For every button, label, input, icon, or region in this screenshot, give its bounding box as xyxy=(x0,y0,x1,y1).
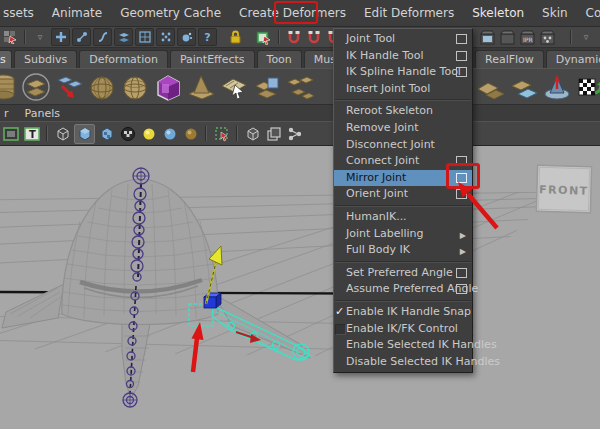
cylinder-stack-icon[interactable] xyxy=(0,70,19,103)
menu-item-joint-tool[interactable]: Joint Tool xyxy=(334,31,472,48)
lock-selection-icon[interactable] xyxy=(226,29,244,45)
red-arrow-planes-icon[interactable] xyxy=(52,70,85,103)
shelf-tab-active[interactable]: s xyxy=(0,50,12,68)
node-graph-icon[interactable] xyxy=(285,125,304,143)
collapse-right-icon[interactable]: ▿ xyxy=(577,29,595,45)
shelf-tab-subdivs[interactable]: Subdivs xyxy=(14,50,77,68)
submenu-arrow-icon: ▶ xyxy=(460,244,466,261)
menu-item-reroot-skeleton[interactable]: Reroot Skeleton xyxy=(334,103,472,120)
select-meshes-icon[interactable] xyxy=(135,28,154,46)
panel-menubar: r Panels xyxy=(0,105,600,121)
toolbar-divider xyxy=(24,30,26,44)
checker-sphere-icon[interactable] xyxy=(118,125,137,143)
blue-planes-icon[interactable] xyxy=(507,71,540,104)
menu-item-set-preferred-angle[interactable]: Set Preferred Angle xyxy=(334,265,472,282)
render-current-frame-icon[interactable] xyxy=(479,29,497,45)
option-box-icon[interactable] xyxy=(456,67,467,77)
emitter-icon[interactable] xyxy=(540,71,573,104)
shelf-tab-dynamic2[interactable]: Dynamic2 xyxy=(546,50,600,68)
menu-item-humanik[interactable]: HumanIK... xyxy=(334,209,472,226)
select-curves-icon[interactable] xyxy=(93,28,112,46)
panel-menu-renderer-partial[interactable]: r xyxy=(0,107,17,120)
toolbar-divider xyxy=(236,126,238,141)
shelf-tab-painteffects[interactable]: PaintEffects xyxy=(170,50,255,68)
shaded-cube-icon[interactable] xyxy=(74,124,95,144)
planes-circled-icon[interactable] xyxy=(19,70,52,103)
select-deformations-icon[interactable] xyxy=(156,28,175,46)
sand-planes-icon[interactable] xyxy=(474,71,507,104)
shelf-tab-realflow[interactable]: RealFlow xyxy=(475,50,544,68)
purple-cube-icon[interactable] xyxy=(151,70,184,103)
menu-item-full-body-ik[interactable]: Full Body IK▶ xyxy=(334,242,472,259)
menu-skin[interactable]: Skin xyxy=(533,0,577,26)
menu-separator xyxy=(335,205,471,207)
panel-menu-panels[interactable]: Panels xyxy=(17,107,68,120)
checkbox-unchecked-icon xyxy=(335,324,346,335)
isolate-cube-icon[interactable] xyxy=(243,125,262,143)
ipr-render-icon[interactable]: IPR xyxy=(519,29,537,45)
wireframe-cube-icon[interactable] xyxy=(53,125,72,143)
textured-cube-icon[interactable] xyxy=(97,125,116,143)
snap-curve-icon[interactable] xyxy=(305,29,323,45)
select-all-icon[interactable] xyxy=(51,28,70,46)
render-region-icon[interactable] xyxy=(499,29,517,45)
toolbar-divider xyxy=(46,126,48,141)
text-hud-icon[interactable]: T xyxy=(22,125,41,143)
option-box-icon[interactable] xyxy=(456,51,467,61)
menu-item-disconnect-joint[interactable]: Disconnect Joint xyxy=(334,137,472,154)
highlight-selection-icon[interactable] xyxy=(255,29,273,45)
plane-cursor-icon[interactable] xyxy=(217,70,250,103)
select-hierarchy-icon[interactable] xyxy=(72,28,91,46)
shelf-tab-bar: s Subdivs Deformation PaintEffects Toon … xyxy=(0,48,600,68)
shadows-icon[interactable] xyxy=(181,125,200,143)
viewport-scene: FRONT xyxy=(0,146,600,429)
collapse-arrow-icon[interactable]: ▿ xyxy=(31,29,49,45)
menu-geometry-cache[interactable]: Geometry Cache xyxy=(111,0,230,26)
menu-separator xyxy=(335,300,471,302)
select-dynamics-icon[interactable] xyxy=(177,28,196,46)
annotation-box-mirror-option xyxy=(446,163,480,189)
menu-selector-icon[interactable] xyxy=(1,29,19,45)
menu-item-ik-handle-tool[interactable]: IK Handle Tool xyxy=(334,48,472,65)
wire-sphere2-icon[interactable] xyxy=(118,70,151,103)
scatter-planes-icon[interactable] xyxy=(283,70,316,103)
wire-sphere-icon[interactable] xyxy=(85,70,118,103)
menu-animate[interactable]: Animate xyxy=(43,0,111,26)
checker-flag-icon[interactable] xyxy=(573,71,600,104)
shelf-tab-toon[interactable]: Toon xyxy=(257,50,302,68)
shelf-icon-bar xyxy=(0,68,600,105)
menu-item-joint-labelling[interactable]: Joint Labelling▶ xyxy=(334,226,472,243)
select-surfaces-icon[interactable] xyxy=(114,28,133,46)
layered-squares-icon[interactable] xyxy=(264,125,283,143)
film-gate-icon[interactable] xyxy=(1,125,20,143)
menu-skeleton[interactable]: Skeleton xyxy=(463,0,533,26)
checkmark-icon: ✓ xyxy=(335,304,344,321)
menu-constrain[interactable]: Constrain xyxy=(577,0,600,26)
shelf-tab-deformation[interactable]: Deformation xyxy=(79,50,168,68)
select-misc-icon[interactable]: ? xyxy=(198,28,217,46)
menu-item-enable-ik-handle-snap[interactable]: ✓Enable IK Handle Snap xyxy=(334,304,472,321)
skeleton-dropdown-menu: Joint Tool IK Handle Tool IK Spline Hand… xyxy=(333,28,473,373)
viewport-panel[interactable]: FRONT xyxy=(0,146,600,429)
snap-grid-icon[interactable] xyxy=(285,29,303,45)
option-box-icon[interactable] xyxy=(456,189,467,199)
all-lights-icon[interactable] xyxy=(160,125,179,143)
cone-plane-icon[interactable] xyxy=(184,70,217,103)
render-settings-icon[interactable] xyxy=(539,29,557,45)
default-light-icon[interactable] xyxy=(139,125,158,143)
menu-item-enable-ikfk-control[interactable]: Enable IK/FK Control xyxy=(334,321,472,338)
menu-item-insert-joint-tool[interactable]: Insert Joint Tool xyxy=(334,81,472,98)
menu-item-ik-spline-handle-tool[interactable]: IK Spline Handle Tool xyxy=(334,64,472,81)
menu-edit-deformers[interactable]: Edit Deformers xyxy=(355,0,463,26)
option-box-icon[interactable] xyxy=(456,284,467,294)
cube-planes-icon[interactable] xyxy=(250,70,283,103)
option-box-icon[interactable] xyxy=(456,34,467,44)
menu-item-disable-selected-ik-handles[interactable]: Disable Selected IK Handles xyxy=(334,354,472,371)
menu-item-assume-preferred-angle[interactable]: Assume Preferred Angle xyxy=(334,281,472,298)
selection-box-icon[interactable] xyxy=(212,125,231,143)
menu-item-enable-selected-ik-handles[interactable]: Enable Selected IK Handles xyxy=(334,337,472,354)
status-line-toolbar: ▿ ? IPR ▿ xyxy=(0,27,600,48)
option-box-icon[interactable] xyxy=(456,268,467,278)
menu-assets[interactable]: ssets xyxy=(0,0,43,26)
menu-item-remove-joint[interactable]: Remove Joint xyxy=(334,120,472,137)
